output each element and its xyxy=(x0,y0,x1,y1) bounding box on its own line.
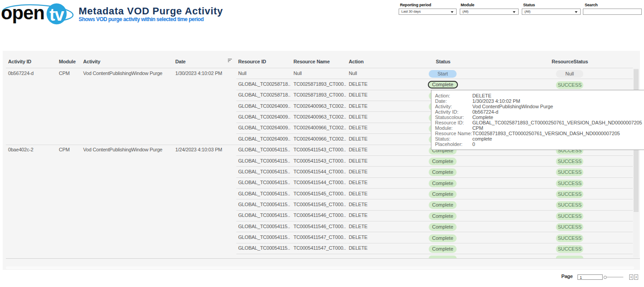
svg-text:open: open xyxy=(1,2,44,23)
svg-text:tv: tv xyxy=(49,5,64,24)
